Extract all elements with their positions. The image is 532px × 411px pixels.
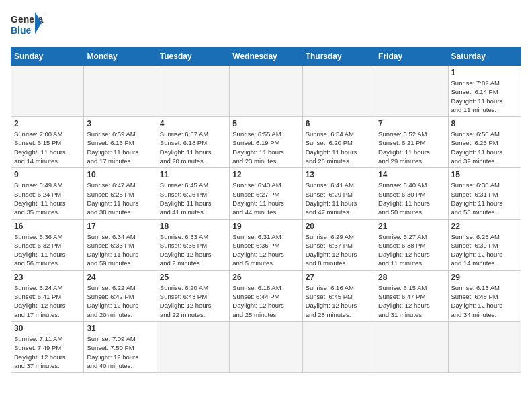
calendar-cell	[84, 66, 157, 117]
weekday-header-thursday: Thursday	[302, 48, 375, 66]
calendar-table: SundayMondayTuesdayWednesdayThursdayFrid…	[11, 47, 521, 373]
calendar-cell: 26Sunrise: 6:18 AM Sunset: 6:44 PM Dayli…	[230, 270, 302, 321]
calendar-cell: 8Sunrise: 6:50 AM Sunset: 6:23 PM Daylig…	[448, 117, 521, 168]
day-info: Sunrise: 6:45 AM Sunset: 6:26 PM Dayligh…	[160, 181, 226, 216]
day-info: Sunrise: 6:41 AM Sunset: 6:29 PM Dayligh…	[306, 181, 372, 216]
logo: GeneralBlue	[11, 11, 44, 40]
day-number: 14	[378, 170, 445, 179]
day-info: Sunrise: 6:34 AM Sunset: 6:33 PM Dayligh…	[87, 232, 153, 268]
calendar-cell: 9Sunrise: 6:49 AM Sunset: 6:24 PM Daylig…	[11, 168, 84, 219]
day-info: Sunrise: 6:20 AM Sunset: 6:43 PM Dayligh…	[160, 283, 226, 319]
calendar-cell: 7Sunrise: 6:52 AM Sunset: 6:21 PM Daylig…	[375, 117, 448, 168]
day-number: 19	[232, 222, 299, 231]
calendar-cell: 16Sunrise: 6:36 AM Sunset: 6:32 PM Dayli…	[11, 219, 84, 270]
day-number: 13	[306, 170, 372, 179]
calendar-cell	[448, 321, 521, 372]
day-info: Sunrise: 6:54 AM Sunset: 6:20 PM Dayligh…	[306, 130, 372, 165]
day-number: 22	[451, 222, 518, 231]
calendar-cell	[375, 66, 448, 117]
day-number: 2	[14, 119, 81, 128]
calendar-cell: 6Sunrise: 6:54 AM Sunset: 6:20 PM Daylig…	[302, 117, 375, 168]
calendar-cell: 14Sunrise: 6:40 AM Sunset: 6:30 PM Dayli…	[375, 168, 448, 219]
day-info: Sunrise: 6:31 AM Sunset: 6:36 PM Dayligh…	[232, 232, 299, 268]
day-number: 29	[451, 273, 518, 282]
day-number: 16	[14, 222, 81, 231]
weekday-header-friday: Friday	[375, 48, 448, 66]
calendar-week-2: 2Sunrise: 7:00 AM Sunset: 6:15 PM Daylig…	[11, 117, 521, 168]
day-info: Sunrise: 6:16 AM Sunset: 6:45 PM Dayligh…	[306, 283, 372, 319]
day-number: 7	[378, 119, 445, 128]
calendar-cell: 22Sunrise: 6:25 AM Sunset: 6:39 PM Dayli…	[448, 219, 521, 270]
day-number: 23	[14, 273, 81, 282]
calendar-week-3: 9Sunrise: 6:49 AM Sunset: 6:24 PM Daylig…	[11, 168, 521, 219]
calendar-cell: 31Sunrise: 7:09 AM Sunset: 7:50 PM Dayli…	[84, 321, 157, 372]
calendar-cell: 27Sunrise: 6:16 AM Sunset: 6:45 PM Dayli…	[302, 270, 375, 321]
calendar-cell: 5Sunrise: 6:55 AM Sunset: 6:19 PM Daylig…	[230, 117, 302, 168]
day-info: Sunrise: 6:24 AM Sunset: 6:41 PM Dayligh…	[14, 283, 81, 319]
day-info: Sunrise: 6:47 AM Sunset: 6:25 PM Dayligh…	[87, 181, 153, 216]
day-info: Sunrise: 6:50 AM Sunset: 6:23 PM Dayligh…	[451, 130, 518, 165]
calendar-cell: 17Sunrise: 6:34 AM Sunset: 6:33 PM Dayli…	[84, 219, 157, 270]
calendar-cell	[230, 321, 302, 372]
calendar-cell: 30Sunrise: 7:11 AM Sunset: 7:49 PM Dayli…	[11, 321, 84, 372]
calendar-cell: 13Sunrise: 6:41 AM Sunset: 6:29 PM Dayli…	[302, 168, 375, 219]
day-info: Sunrise: 6:55 AM Sunset: 6:19 PM Dayligh…	[232, 130, 299, 165]
calendar-cell	[11, 66, 84, 117]
calendar-week-6: 30Sunrise: 7:11 AM Sunset: 7:49 PM Dayli…	[11, 321, 521, 372]
calendar-cell	[302, 66, 375, 117]
calendar-cell: 10Sunrise: 6:47 AM Sunset: 6:25 PM Dayli…	[84, 168, 157, 219]
day-info: Sunrise: 6:29 AM Sunset: 6:37 PM Dayligh…	[306, 232, 372, 268]
calendar-cell: 15Sunrise: 6:38 AM Sunset: 6:31 PM Dayli…	[448, 168, 521, 219]
weekday-header-wednesday: Wednesday	[230, 48, 302, 66]
day-info: Sunrise: 6:22 AM Sunset: 6:42 PM Dayligh…	[87, 283, 153, 319]
calendar-cell: 28Sunrise: 6:15 AM Sunset: 6:47 PM Dayli…	[375, 270, 448, 321]
calendar-cell: 1Sunrise: 7:02 AM Sunset: 6:14 PM Daylig…	[448, 66, 521, 117]
day-info: Sunrise: 6:52 AM Sunset: 6:21 PM Dayligh…	[378, 130, 445, 165]
day-number: 24	[87, 273, 153, 282]
calendar-cell: 29Sunrise: 6:13 AM Sunset: 6:48 PM Dayli…	[448, 270, 521, 321]
day-info: Sunrise: 7:00 AM Sunset: 6:15 PM Dayligh…	[14, 130, 81, 165]
day-number: 30	[14, 324, 81, 333]
day-info: Sunrise: 6:38 AM Sunset: 6:31 PM Dayligh…	[451, 181, 518, 216]
weekday-header-tuesday: Tuesday	[157, 48, 229, 66]
calendar-cell	[157, 66, 229, 117]
calendar-header-row: SundayMondayTuesdayWednesdayThursdayFrid…	[11, 48, 521, 66]
weekday-header-sunday: Sunday	[11, 48, 84, 66]
day-number: 18	[160, 222, 226, 231]
day-number: 9	[14, 170, 81, 179]
day-number: 31	[87, 324, 153, 333]
day-info: Sunrise: 6:27 AM Sunset: 6:38 PM Dayligh…	[378, 232, 445, 268]
calendar-cell	[302, 321, 375, 372]
calendar-cell	[157, 321, 229, 372]
logo-svg: GeneralBlue	[11, 11, 44, 40]
day-info: Sunrise: 6:13 AM Sunset: 6:48 PM Dayligh…	[451, 283, 518, 319]
calendar-cell: 4Sunrise: 6:57 AM Sunset: 6:18 PM Daylig…	[157, 117, 229, 168]
day-info: Sunrise: 6:57 AM Sunset: 6:18 PM Dayligh…	[160, 130, 226, 165]
day-number: 8	[451, 119, 518, 128]
calendar-cell: 2Sunrise: 7:00 AM Sunset: 6:15 PM Daylig…	[11, 117, 84, 168]
day-number: 10	[87, 170, 153, 179]
day-info: Sunrise: 6:18 AM Sunset: 6:44 PM Dayligh…	[232, 283, 299, 319]
calendar-cell	[375, 321, 448, 372]
day-info: Sunrise: 6:49 AM Sunset: 6:24 PM Dayligh…	[14, 181, 81, 216]
day-number: 28	[378, 273, 445, 282]
calendar-cell: 3Sunrise: 6:59 AM Sunset: 6:16 PM Daylig…	[84, 117, 157, 168]
weekday-header-saturday: Saturday	[448, 48, 521, 66]
calendar-cell: 20Sunrise: 6:29 AM Sunset: 6:37 PM Dayli…	[302, 219, 375, 270]
day-number: 26	[232, 273, 299, 282]
day-number: 1	[451, 68, 518, 77]
day-number: 12	[232, 170, 299, 179]
day-info: Sunrise: 6:59 AM Sunset: 6:16 PM Dayligh…	[87, 130, 153, 165]
calendar-cell: 25Sunrise: 6:20 AM Sunset: 6:43 PM Dayli…	[157, 270, 229, 321]
day-number: 4	[160, 119, 226, 128]
calendar-cell: 24Sunrise: 6:22 AM Sunset: 6:42 PM Dayli…	[84, 270, 157, 321]
page-header: GeneralBlue	[11, 11, 521, 40]
calendar-cell	[230, 66, 302, 117]
day-info: Sunrise: 7:09 AM Sunset: 7:50 PM Dayligh…	[87, 334, 153, 370]
day-info: Sunrise: 6:25 AM Sunset: 6:39 PM Dayligh…	[451, 232, 518, 268]
day-number: 3	[87, 119, 153, 128]
calendar-cell: 23Sunrise: 6:24 AM Sunset: 6:41 PM Dayli…	[11, 270, 84, 321]
day-number: 25	[160, 273, 226, 282]
day-info: Sunrise: 6:43 AM Sunset: 6:27 PM Dayligh…	[232, 181, 299, 216]
day-number: 5	[232, 119, 299, 128]
